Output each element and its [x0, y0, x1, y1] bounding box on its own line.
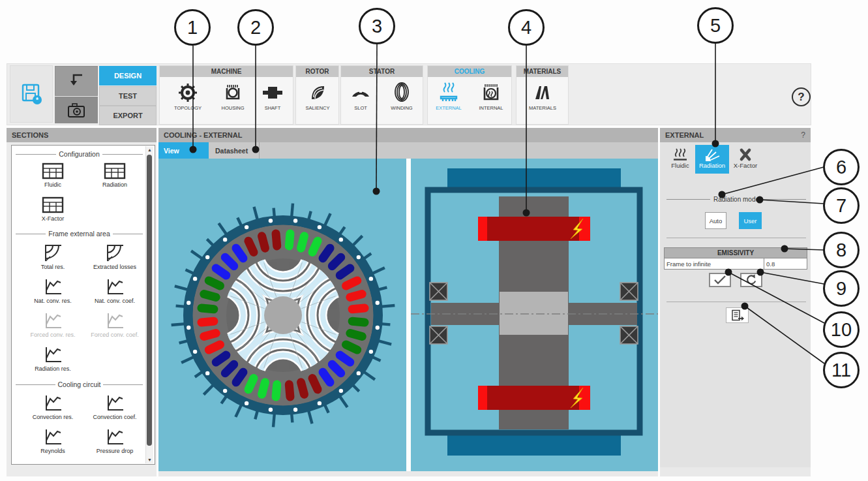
export-mode-button[interactable]: EXPORT	[99, 106, 157, 125]
toolbar-group-materials: MATERIALS MATERIALS	[516, 65, 569, 125]
section-item-extracted-losses[interactable]: Extracted losses	[85, 243, 145, 270]
topology-icon	[177, 78, 198, 103]
return-arrow-icon	[65, 70, 87, 92]
toolbar-group-rotor: ROTOR SALIENCY	[295, 65, 339, 125]
x-factor-icon	[737, 147, 754, 162]
section-item-radiation[interactable]: Radiation	[85, 163, 145, 188]
callout-2: 2	[237, 9, 274, 46]
design-mode-button[interactable]: DESIGN	[99, 66, 157, 85]
help-button[interactable]: ?	[792, 87, 811, 106]
section-item-convection-coef[interactable]: Convection coef.	[85, 394, 145, 420]
motor-cross-section	[158, 159, 406, 471]
callout-6: 6	[823, 149, 860, 185]
radiation-mode-group: Radiation mode	[666, 196, 806, 203]
scrollbar-thumb[interactable]	[147, 155, 152, 446]
load-button[interactable]	[55, 66, 98, 96]
callout-1: 1	[174, 9, 211, 46]
external-panel-header: EXTERNAL ?	[660, 128, 811, 142]
line-plot-icon	[43, 394, 63, 412]
toolbar-item-topology[interactable]: TOPOLOGY	[168, 78, 207, 124]
panel-tab-radiation[interactable]: Radiation	[695, 145, 729, 174]
radiation-icon	[704, 147, 721, 162]
external-cooling-icon	[438, 78, 460, 103]
toolbar-group-materials-header: MATERIALS	[516, 66, 568, 77]
save-button[interactable]: *	[10, 65, 53, 123]
test-mode-button[interactable]: TEST	[99, 86, 157, 106]
end-cap-bottom	[447, 435, 621, 456]
tab-datasheet[interactable]: Datasheet	[210, 142, 260, 159]
area-plot-icon	[105, 243, 125, 262]
toolbar-group-rotor-header: ROTOR	[296, 66, 338, 77]
sections-scrollbar[interactable]: ▲ ▼	[145, 146, 153, 463]
emissivity-table: EMISSIVITY Frame to infinite 0.8	[664, 247, 807, 270]
rotor-section	[500, 292, 568, 335]
scroll-up-icon[interactable]: ▲	[146, 146, 153, 153]
toolbar-item-label: WINDING	[391, 105, 412, 111]
divider	[666, 238, 806, 238]
toolbar-item-slot[interactable]: SLOT	[341, 78, 380, 124]
tab-view[interactable]: View	[158, 142, 209, 159]
table-icon	[104, 163, 126, 179]
panel-tab-fluidic[interactable]: Fluidic	[666, 145, 694, 174]
line-plot-icon	[105, 311, 125, 330]
section-group-cooling-circuit: Cooling circuit	[16, 380, 143, 388]
user-mode-button[interactable]: User	[739, 212, 762, 229]
toolbar-item-shaft[interactable]: SHAFT	[253, 78, 292, 124]
export-data-button[interactable]	[726, 307, 749, 323]
panel-tab-xfactor[interactable]: X-Factor	[730, 145, 760, 174]
callout-7: 7	[823, 187, 860, 224]
callout-5: 5	[697, 7, 734, 44]
toolbar-item-materials[interactable]: MATERIALS	[523, 78, 562, 124]
section-item-convection-res[interactable]: Convection res.	[23, 394, 83, 420]
callout-9: 9	[823, 270, 860, 307]
apply-button[interactable]	[709, 273, 731, 287]
line-plot-icon	[105, 427, 125, 446]
toolbar-item-internal[interactable]: INTERNAL	[471, 78, 511, 124]
table-icon	[42, 163, 64, 179]
reset-button[interactable]	[740, 273, 762, 287]
sections-panel: SECTIONS Configuration Fluidic	[7, 128, 157, 476]
scroll-down-icon[interactable]: ▼	[146, 456, 153, 463]
panel-tab-label: X-Factor	[734, 162, 757, 169]
line-plot-icon	[105, 277, 125, 296]
materials-icon	[532, 78, 553, 103]
panel-help-button[interactable]: ?	[801, 131, 805, 140]
housing-icon	[222, 78, 243, 103]
toolbar-item-external[interactable]: EXTERNAL	[429, 78, 468, 124]
slot-icon	[350, 78, 372, 103]
snapshot-button[interactable]	[55, 97, 98, 123]
section-item-xfactor[interactable]: X-Factor	[23, 196, 83, 222]
radial-view-canvas[interactable]	[158, 159, 406, 471]
section-item-radiation-res[interactable]: Radiation res.	[23, 345, 83, 372]
external-panel: EXTERNAL ? Fluidic	[660, 128, 811, 476]
line-plot-icon	[43, 427, 63, 446]
toolbar-group-machine-header: MACHINE	[160, 66, 293, 77]
end-cap-top	[447, 168, 621, 189]
section-item-total-res[interactable]: Total res.	[23, 243, 83, 270]
fluidic-icon	[672, 147, 689, 162]
toolbar-item-saliency[interactable]: SALIENCY	[298, 78, 337, 124]
end-winding-bottom	[478, 386, 590, 410]
toolbar-item-label: MATERIALS	[529, 105, 556, 111]
line-plot-icon	[43, 277, 63, 296]
section-item-nat-conv-res[interactable]: Nat. conv. res.	[23, 277, 83, 304]
section-item-pressure-drop[interactable]: Pressure drop	[85, 427, 145, 454]
sections-panel-title: SECTIONS	[7, 128, 157, 142]
section-item-fluidic[interactable]: Fluidic	[23, 163, 83, 188]
callout-11: 11	[823, 352, 860, 388]
emissivity-value-field[interactable]: 0.8	[764, 258, 807, 269]
toolbar-item-winding[interactable]: WINDING	[382, 78, 421, 124]
toolbar-item-label: SHAFT	[265, 105, 281, 111]
camera-icon	[65, 101, 87, 120]
auto-mode-button[interactable]: Auto	[705, 212, 726, 229]
section-item-reynolds[interactable]: Reynolds	[23, 427, 83, 454]
axial-view-canvas[interactable]	[411, 159, 658, 471]
section-item-nat-conv-coef[interactable]: Nat. conv. coef.	[85, 277, 145, 304]
toolbar-item-housing[interactable]: HOUSING	[213, 78, 252, 124]
view-tabs: View Datasheet	[158, 142, 658, 159]
toolbar-item-label: INTERNAL	[479, 105, 503, 111]
sections-list: Configuration Fluidic	[11, 145, 155, 465]
toolbar-item-label: EXTERNAL	[436, 105, 462, 111]
toolbar-item-label: SLOT	[354, 105, 367, 111]
section-group-configuration: Configuration	[16, 150, 143, 158]
